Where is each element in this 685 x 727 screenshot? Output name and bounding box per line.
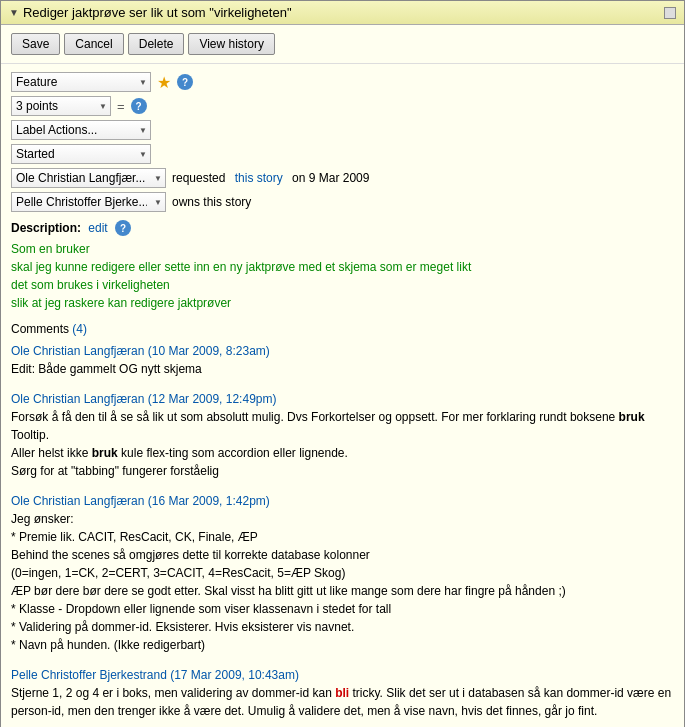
content-area: Feature ★ ? 3 points = ? [1,64,684,727]
comment-3-author[interactable]: Ole Christian Langfjæran (16 Mar 2009, 1… [11,494,270,508]
points-equals-icon: = [117,99,125,114]
window-close-button[interactable] [664,7,676,19]
comment-1-text: Edit: Både gammelt OG nytt skjema [11,360,674,378]
title-bar-left: ▼ Rediger jaktprøve ser lik ut som "virk… [9,5,292,20]
help-icon-type[interactable]: ? [177,74,193,90]
title-arrow-icon: ▼ [9,7,19,18]
comment-2-bold: bruk [619,410,645,424]
comments-section: Comments (4) Ole Christian Langfjæran (1… [11,322,674,720]
description-line-3: det som brukes i virkeligheten [11,276,674,294]
window-title: Rediger jaktprøve ser lik ut som "virkel… [23,5,292,20]
title-bar: ▼ Rediger jaktprøve ser lik ut som "virk… [1,1,684,25]
description-line-4: slik at jeg raskere kan redigere jaktprø… [11,294,674,312]
label-select-wrapper[interactable]: Label Actions... [11,120,151,140]
status-row: Started [11,144,674,164]
form-section: Feature ★ ? 3 points = ? [11,72,674,212]
comment-4-text: Stjerne 1, 2 og 4 er i boks, men valider… [11,684,674,720]
description-header: Description: edit ? [11,220,674,236]
owner-select[interactable]: Pelle Christoffer Bjerke... [11,192,166,212]
owner-select-wrapper[interactable]: Pelle Christoffer Bjerke... [11,192,166,212]
comments-label: Comments [11,322,72,336]
comment-4: Pelle Christoffer Bjerkestrand (17 Mar 2… [11,668,674,720]
status-select[interactable]: Started [11,144,151,164]
description-edit-link[interactable]: edit [88,221,107,235]
comment-1: Ole Christian Langfjæran (10 Mar 2009, 8… [11,344,674,378]
star-icon[interactable]: ★ [157,73,171,92]
description-text: Som en bruker skal jeg kunne redigere el… [11,240,674,312]
story-link[interactable]: this story [235,171,283,185]
comment-3-text: Jeg ønsker: * Premie lik. CACIT, ResCaci… [11,510,674,654]
type-row: Feature ★ ? [11,72,674,92]
points-select-wrapper[interactable]: 3 points [11,96,111,116]
main-window: ▼ Rediger jaktprøve ser lik ut som "virk… [0,0,685,727]
label-select[interactable]: Label Actions... [11,120,151,140]
requester-select-wrapper[interactable]: Ole Christian Langfjær... [11,168,166,188]
points-row: 3 points = ? [11,96,674,116]
description-line-1: Som en bruker [11,240,674,258]
help-icon-points[interactable]: ? [131,98,147,114]
description-section: Description: edit ? Som en bruker skal j… [11,220,674,312]
owns-text: owns this story [172,195,251,209]
comment-1-author[interactable]: Ole Christian Langfjæran (10 Mar 2009, 8… [11,344,270,358]
type-select-wrapper[interactable]: Feature [11,72,151,92]
description-line-2: skal jeg kunne redigere eller sette inn … [11,258,674,276]
comment-2-bold2: bruk [92,446,118,460]
comment-2-text: Forsøk å få den til å se så lik ut som a… [11,408,674,480]
status-select-wrapper[interactable]: Started [11,144,151,164]
label-row: Label Actions... [11,120,674,140]
help-icon-description[interactable]: ? [115,220,131,236]
on-date-text: on 9 Mar 2009 [289,171,370,185]
comment-3: Ole Christian Langfjæran (16 Mar 2009, 1… [11,494,674,654]
cancel-button[interactable]: Cancel [64,33,123,55]
description-label: Description: [11,221,81,235]
comments-header: Comments (4) [11,322,674,336]
requested-text: requested [172,171,229,185]
save-button[interactable]: Save [11,33,60,55]
toolbar: Save Cancel Delete View history [1,25,684,64]
type-select[interactable]: Feature [11,72,151,92]
requester-row: Ole Christian Langfjær... requested this… [11,168,674,188]
owner-row: Pelle Christoffer Bjerke... owns this st… [11,192,674,212]
points-select[interactable]: 3 points [11,96,111,116]
comment-2: Ole Christian Langfjæran (12 Mar 2009, 1… [11,392,674,480]
comment-4-highlight: bli [335,686,349,700]
delete-button[interactable]: Delete [128,33,185,55]
comment-2-author[interactable]: Ole Christian Langfjæran (12 Mar 2009, 1… [11,392,276,406]
view-history-button[interactable]: View history [188,33,274,55]
requester-select[interactable]: Ole Christian Langfjær... [11,168,166,188]
comment-4-author[interactable]: Pelle Christoffer Bjerkestrand (17 Mar 2… [11,668,299,682]
comments-count: (4) [72,322,87,336]
